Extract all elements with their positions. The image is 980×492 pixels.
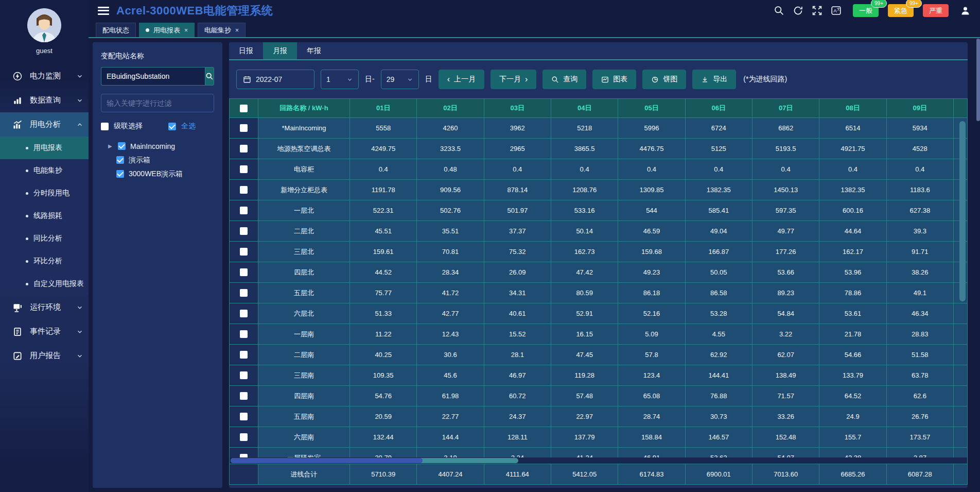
user-avatar[interactable]: [27, 8, 61, 42]
value-cell: 627.38: [887, 200, 954, 221]
sidebar-item-label: 数据查询: [30, 95, 61, 105]
tree-node-label: 3000WEB演示箱: [129, 169, 183, 179]
row-checkbox[interactable]: [240, 371, 248, 379]
footer-value-cell: 5412.05: [551, 464, 618, 484]
translate-icon[interactable]: A文: [831, 5, 842, 16]
sidebar-item-自定义用电报表[interactable]: 自定义用电报表: [0, 273, 89, 295]
horizontal-scrollbar-thumb-inner[interactable]: [231, 458, 423, 463]
value-cell: 76.88: [686, 386, 752, 406]
row-checkbox[interactable]: [240, 413, 248, 420]
menu-toggle-icon[interactable]: [98, 7, 109, 15]
sidebar-item-分时段用电[interactable]: 分时段用电: [0, 182, 89, 205]
tree-node-checkbox[interactable]: [116, 156, 124, 164]
row-checkbox[interactable]: [240, 289, 248, 297]
row-checkbox[interactable]: [240, 330, 248, 338]
prev-month-button[interactable]: ‹上一月: [439, 70, 484, 89]
user-icon[interactable]: [960, 5, 971, 16]
caret-right-icon[interactable]: ▶: [108, 143, 113, 149]
row-checkbox[interactable]: [240, 248, 248, 256]
sidebar-item-环比分析[interactable]: 环比分析: [0, 250, 89, 273]
row-checkbox[interactable]: [240, 454, 248, 457]
value-cell: 6862: [752, 118, 819, 139]
row-checkbox[interactable]: [240, 145, 248, 152]
session-tab-用电报表[interactable]: 用电报表×: [139, 23, 195, 37]
row-checkbox[interactable]: [240, 351, 248, 359]
report-tab-日报[interactable]: 日报: [229, 42, 263, 59]
sidebar-item-用电分析[interactable]: 用电分析: [0, 112, 89, 137]
row-checkbox[interactable]: [240, 186, 248, 194]
cascade-label: 级联选择: [114, 122, 143, 131]
report-tab-月报[interactable]: 月报: [263, 42, 297, 59]
alarm-button-一般[interactable]: 一般99+: [853, 4, 879, 17]
day-from-select[interactable]: 1: [321, 70, 359, 89]
keyword-filter-input[interactable]: [101, 94, 214, 112]
value-cell: 0.4: [618, 159, 685, 180]
export-button[interactable]: 导出: [692, 70, 736, 89]
alarm-button-紧急[interactable]: 紧急99+: [888, 4, 914, 17]
sidebar-item-线路损耗[interactable]: 线路损耗: [0, 205, 89, 227]
day-from-value: 1: [326, 75, 330, 83]
value-cell: 4.55: [686, 324, 752, 345]
tree-node-checkbox[interactable]: [118, 142, 126, 150]
close-icon[interactable]: ×: [184, 27, 188, 34]
sidebar-item-事件记录[interactable]: 事件记录: [0, 319, 89, 344]
cascade-checkbox[interactable]: [101, 123, 109, 130]
close-icon[interactable]: ×: [235, 27, 239, 34]
alarm-button-严重[interactable]: 严重: [923, 4, 949, 17]
bullet-icon: [26, 169, 28, 172]
active-dot-icon: [146, 28, 149, 32]
select-all-label[interactable]: 全选: [181, 122, 196, 131]
circuit-name-cell: 一层南: [258, 324, 350, 345]
sidebar-item-电力监测[interactable]: 电力监测: [0, 64, 89, 88]
sidebar-item-电能集抄[interactable]: 电能集抄: [0, 159, 89, 182]
sidebar-menu: 电力监测数据查询用电分析用电报表电能集抄分时段用电线路损耗同比分析环比分析自定义…: [0, 64, 89, 368]
sidebar-group-电力监测: 电力监测: [0, 64, 89, 88]
value-cell: 75.77: [350, 283, 417, 303]
vertical-scrollbar[interactable]: [959, 119, 966, 455]
row-checkbox[interactable]: [240, 227, 248, 235]
tree-node-checkbox[interactable]: [116, 170, 124, 178]
refresh-icon[interactable]: [793, 5, 803, 16]
row-checkbox[interactable]: [240, 165, 248, 173]
value-cell: 158.84: [618, 427, 685, 448]
chart-button[interactable]: 图表: [592, 70, 636, 89]
next-month-button[interactable]: 下一月›: [491, 70, 536, 89]
report-tab-年报[interactable]: 年报: [297, 42, 331, 59]
pie-button[interactable]: 饼图: [642, 70, 686, 89]
row-checkbox[interactable]: [240, 433, 248, 441]
row-checkbox[interactable]: [240, 124, 248, 132]
vertical-scrollbar-thumb[interactable]: [959, 121, 966, 301]
select-all-checkbox[interactable]: [168, 123, 176, 130]
horizontal-scrollbar[interactable]: [230, 457, 967, 464]
row-checkbox[interactable]: [240, 392, 248, 400]
row-checkbox[interactable]: [240, 207, 248, 214]
query-button[interactable]: 查询: [542, 70, 586, 89]
station-search-button[interactable]: [205, 67, 214, 86]
column-header-circuit-name: 回路名称 / kW·h: [258, 98, 350, 118]
session-tab-配电状态[interactable]: 配电状态: [96, 23, 136, 37]
download-icon: [701, 76, 709, 83]
tree-node-MainIncoming[interactable]: ▶MainIncoming: [101, 139, 214, 153]
row-checkbox[interactable]: [240, 268, 248, 276]
row-checkbox-cell: [230, 324, 258, 345]
tree-node-演示箱[interactable]: 演示箱: [101, 153, 214, 167]
day-to-select[interactable]: 29: [381, 70, 419, 89]
search-icon[interactable]: [774, 5, 784, 16]
sidebar-item-数据查询[interactable]: 数据查询: [0, 88, 89, 112]
report-tab-bar: 日报月报年报: [229, 42, 968, 60]
fullscreen-icon[interactable]: [812, 5, 822, 16]
bullet-icon: [26, 215, 28, 217]
circuit-name-cell: 五层南: [258, 406, 350, 427]
select-all-rows-checkbox[interactable]: [240, 105, 248, 112]
sidebar-item-同比分析[interactable]: 同比分析: [0, 227, 89, 250]
session-tab-电能集抄[interactable]: 电能集抄×: [198, 23, 246, 37]
row-checkbox[interactable]: [240, 310, 248, 317]
sidebar-item-用户报告[interactable]: 用户报告: [0, 344, 89, 368]
month-picker[interactable]: 2022-07: [236, 70, 314, 89]
sidebar-item-运行环境[interactable]: 运行环境: [0, 295, 89, 319]
page-scrollbar-thumb[interactable]: [976, 39, 980, 121]
tree-node-3000WEB演示箱[interactable]: 3000WEB演示箱: [101, 167, 214, 181]
submenu-item-label: 线路损耗: [33, 211, 62, 220]
station-input[interactable]: [101, 67, 205, 86]
sidebar-item-用电报表[interactable]: 用电报表: [0, 137, 89, 159]
